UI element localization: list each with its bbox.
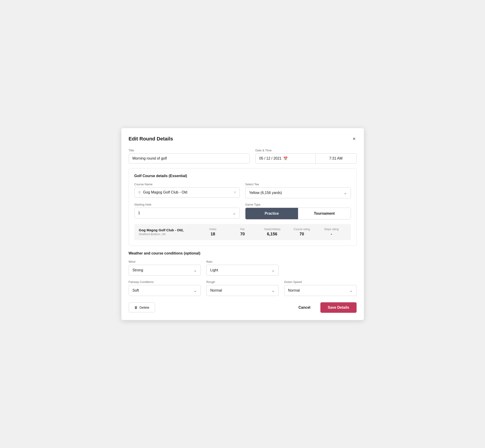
course-holes-stat: Holes 18 xyxy=(198,228,228,237)
green-speed-label: Green Speed xyxy=(284,280,356,284)
delete-button[interactable]: 🗑 Delete xyxy=(129,303,155,312)
wind-select-wrapper[interactable]: Strong ⌄ xyxy=(129,265,201,276)
yards-value: 6,156 xyxy=(257,232,287,237)
wind-label: Wind xyxy=(129,260,201,263)
save-button[interactable]: Save Details xyxy=(320,302,356,313)
course-section-title: Golf Course details (Essential) xyxy=(134,174,351,178)
title-input[interactable] xyxy=(129,153,250,163)
course-info-box: Gog Magog Golf Club - Old, Shelford Bott… xyxy=(134,224,351,240)
rain-label: Rain xyxy=(206,260,279,263)
tournament-button[interactable]: Tournament xyxy=(298,208,351,219)
wind-rain-row: Wind Strong ⌄ Rain Light ⌄ xyxy=(129,260,356,276)
select-tee-select[interactable]: Yellow (6,156 yards) xyxy=(249,191,344,195)
course-name-input[interactable] xyxy=(143,190,232,194)
time-input[interactable]: 7:31 AM xyxy=(315,153,356,164)
green-speed-select[interactable]: Normal xyxy=(288,288,349,292)
chevron-down-icon-rough: ⌄ xyxy=(271,288,275,293)
weather-spacer xyxy=(284,260,356,276)
close-button[interactable]: × xyxy=(352,136,356,142)
wind-select[interactable]: Strong xyxy=(132,268,194,272)
starting-hole-group: Starting Hole 1 ⌄ xyxy=(134,203,240,219)
fairway-rough-green-row: Fairway Conditions Soft ⌄ Rough Normal ⌄ xyxy=(129,280,356,296)
trash-icon: 🗑 xyxy=(134,305,138,309)
date-value: 05 / 12 / 2021 xyxy=(259,156,282,160)
title-label: Title xyxy=(129,149,250,152)
fairway-select-wrapper[interactable]: Soft ⌄ xyxy=(129,285,201,296)
calendar-icon: 📅 xyxy=(283,156,288,161)
starting-hole-select[interactable]: 1 xyxy=(138,211,233,215)
datetime-label: Date & Time xyxy=(255,149,356,152)
game-type-group: Game Type Practice Tournament xyxy=(245,203,351,219)
slope-rating-stat: Slope rating - xyxy=(316,228,346,237)
rain-select[interactable]: Light xyxy=(210,268,271,272)
select-tee-group: Select Tee Yellow (6,156 yards) ⌄ xyxy=(245,183,351,198)
time-value: 7:31 AM xyxy=(329,156,343,160)
edit-round-modal: Edit Round Details × Title Date & Time 0… xyxy=(121,128,364,320)
select-tee-wrapper[interactable]: Yellow (6,156 yards) ⌄ xyxy=(245,187,351,198)
weather-section-title: Weather and course conditions (optional) xyxy=(129,251,356,256)
fairway-group: Fairway Conditions Soft ⌄ xyxy=(129,280,201,296)
holes-label: Holes xyxy=(198,228,228,231)
modal-title: Edit Round Details xyxy=(129,136,173,142)
course-section: Golf Course details (Essential) Course N… xyxy=(129,168,356,246)
course-location: Shelford Bottom, UK xyxy=(139,232,198,236)
course-info-name: Gog Magog Golf Club - Old, Shelford Bott… xyxy=(139,228,198,236)
course-yards-stat: Yards(Yellow) 6,156 xyxy=(257,228,287,237)
green-speed-select-wrapper[interactable]: Normal ⌄ xyxy=(284,285,356,296)
game-type-toggle: Practice Tournament xyxy=(245,208,351,219)
rough-select-wrapper[interactable]: Normal ⌄ xyxy=(206,285,279,296)
slope-rating-value: - xyxy=(316,232,346,237)
chevron-down-icon-fairway: ⌄ xyxy=(194,288,197,293)
wind-group: Wind Strong ⌄ xyxy=(129,260,201,276)
delete-label: Delete xyxy=(140,305,149,309)
clear-icon[interactable]: × xyxy=(234,190,236,194)
course-tee-row: Course Name ⚲ × Select Tee Yellow (6,156… xyxy=(134,183,351,198)
slope-rating-label: Slope rating xyxy=(316,228,346,231)
chevron-down-icon-wind: ⌄ xyxy=(194,268,197,273)
rain-select-wrapper[interactable]: Light ⌄ xyxy=(206,265,279,276)
course-name-search[interactable]: ⚲ × xyxy=(134,187,240,198)
hole-gametype-row: Starting Hole 1 ⌄ Game Type Practice Tou… xyxy=(134,203,351,219)
course-main-name: Gog Magog Golf Club - Old, xyxy=(139,228,198,232)
par-value: 70 xyxy=(228,232,257,237)
date-time-row: 05 / 12 / 2021 📅 7:31 AM xyxy=(255,153,356,164)
rough-label: Rough xyxy=(206,280,279,284)
fairway-label: Fairway Conditions xyxy=(129,280,201,284)
green-speed-group: Green Speed Normal ⌄ xyxy=(284,280,356,296)
chevron-down-icon-rain: ⌄ xyxy=(271,268,275,273)
modal-footer: 🗑 Delete Cancel Save Details xyxy=(129,302,356,313)
starting-hole-label: Starting Hole xyxy=(134,203,240,206)
rain-group: Rain Light ⌄ xyxy=(206,260,279,276)
cancel-button[interactable]: Cancel xyxy=(294,303,315,312)
select-tee-label: Select Tee xyxy=(245,183,351,186)
course-rating-stat: Course rating 70 xyxy=(287,228,316,237)
course-name-group: Course Name ⚲ × xyxy=(134,183,240,198)
chevron-down-icon-green: ⌄ xyxy=(349,288,353,293)
holes-value: 18 xyxy=(198,232,228,237)
course-par-stat: Par 70 xyxy=(228,228,257,237)
chevron-down-icon: ⌄ xyxy=(344,190,347,195)
date-input[interactable]: 05 / 12 / 2021 📅 xyxy=(255,153,315,164)
game-type-label: Game Type xyxy=(245,203,351,206)
fairway-select[interactable]: Soft xyxy=(132,288,194,292)
yards-label: Yards(Yellow) xyxy=(257,228,287,231)
chevron-down-icon-2: ⌄ xyxy=(233,211,236,216)
course-name-label: Course Name xyxy=(134,183,240,186)
datetime-group: Date & Time 05 / 12 / 2021 📅 7:31 AM xyxy=(255,149,356,164)
course-rating-value: 70 xyxy=(287,232,316,237)
starting-hole-wrapper[interactable]: 1 ⌄ xyxy=(134,208,240,218)
rough-select[interactable]: Normal xyxy=(210,288,271,292)
title-group: Title xyxy=(129,149,250,164)
search-icon: ⚲ xyxy=(138,190,141,195)
course-rating-label: Course rating xyxy=(287,228,316,231)
modal-header: Edit Round Details × xyxy=(129,136,356,142)
par-label: Par xyxy=(228,228,257,231)
weather-section: Weather and course conditions (optional)… xyxy=(129,251,356,296)
footer-right: Cancel Save Details xyxy=(294,302,356,313)
rough-group: Rough Normal ⌄ xyxy=(206,280,279,296)
practice-button[interactable]: Practice xyxy=(245,208,298,219)
title-datetime-row: Title Date & Time 05 / 12 / 2021 📅 7:31 … xyxy=(129,149,356,164)
